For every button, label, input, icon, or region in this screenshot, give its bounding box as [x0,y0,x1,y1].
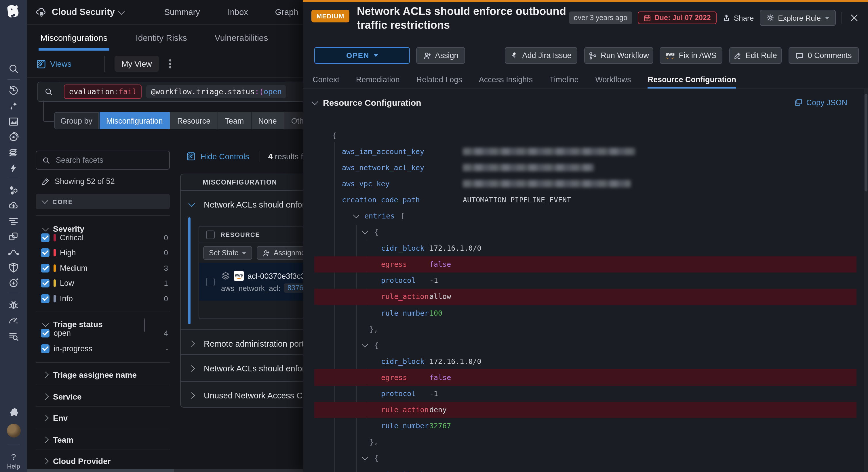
caret-down-icon [825,16,830,19]
finding-title: Network ACLs should enforce outbound tra… [357,5,593,32]
group-by-resource[interactable]: Resource [170,112,218,129]
fix-in-aws-button[interactable]: aws Fix in AWS [660,47,722,64]
facet-triage-in-progress[interactable]: in-progress- [41,341,170,356]
facet-severity-high[interactable]: High0 [41,245,170,260]
facet-group-service[interactable]: Service [43,392,82,401]
facet-search-input[interactable] [55,155,155,165]
comments-button[interactable]: 0 Comments [788,47,859,64]
facet-showing[interactable]: Showing 52 of 52 [41,177,115,186]
tab-timeline[interactable]: Timeline [549,71,579,89]
share-button[interactable]: Share [722,13,754,22]
kebab-menu-icon[interactable] [167,57,174,71]
facet-severity-info[interactable]: Info0 [41,291,170,306]
assign-button[interactable]: Assign [416,47,465,64]
facet-severity-critical[interactable]: Critical0 [41,230,170,245]
tab-resource-configuration[interactable]: Resource Configuration [648,71,736,89]
explore-rule-button[interactable]: Explore Rule [760,10,836,26]
hexagons-icon[interactable] [0,182,27,198]
facet-group-core[interactable]: CORE [36,194,170,209]
app-windows-icon[interactable] [0,229,27,244]
product-switcher[interactable]: Cloud Security [36,6,124,18]
results-count: 4 [268,152,273,161]
layers-stack-icon[interactable] [0,145,27,160]
facet-triage-open[interactable]: open4 [41,326,170,340]
history-clock-icon[interactable] [0,83,27,98]
tab-access-insights[interactable]: Access Insights [479,71,533,89]
select-all-checkbox[interactable] [206,230,215,239]
doc-search-icon[interactable] [0,328,27,344]
facet-group-team[interactable]: Team [43,435,73,444]
chevron-down-icon [42,198,48,204]
user-avatar[interactable] [7,424,21,438]
group-by-none[interactable]: None [251,112,284,129]
compass-sparkle-icon[interactable] [0,275,27,291]
json-row-protocol: protocol-1 [314,272,857,289]
edit-rule-button[interactable]: Edit Rule [729,47,782,64]
facet-search[interactable] [36,150,170,170]
help-icon[interactable]: ? [11,452,16,462]
facet-group-triage-assignee[interactable]: Triage assignee name [43,370,137,379]
chevron-down-icon[interactable] [362,228,368,235]
query-token-workflow-status[interactable]: @workflow.triage.status:(open [147,85,286,98]
section-collapse[interactable]: Resource Configuration [313,97,421,107]
resource-config-section-header: Resource Configuration Copy JSON [303,94,847,111]
help-label[interactable]: Help [7,463,20,470]
lightning-bolt-icon[interactable] [0,160,27,176]
tab-related-logs[interactable]: Related Logs [416,71,462,89]
datadog-logo-icon[interactable] [0,0,27,24]
query-token-evaluation-fail[interactable]: evaluation:fail [64,85,142,99]
divider [36,384,170,385]
tab-vulnerabilities[interactable]: Vulnerabilities [215,24,268,50]
puzzle-integrations-icon[interactable] [0,405,27,420]
gauge-icon[interactable] [0,313,27,328]
horizontal-scrollbar[interactable] [27,469,303,472]
tab-workflows[interactable]: Workflows [595,71,631,89]
status-dropdown[interactable]: OPEN [314,47,410,64]
facet-severity-medium[interactable]: Medium3 [41,261,170,275]
chevron-down-icon[interactable] [353,212,360,218]
tab-identity-risks[interactable]: Identity Risks [135,24,187,50]
due-date-chip[interactable]: Due: Jul 07 2022 [638,11,717,24]
copy-json-button[interactable]: Copy JSON [794,98,847,107]
caret-down-icon [242,251,247,255]
group-by-team[interactable]: Team [217,112,251,129]
severity-bar-info [54,295,56,302]
row-checkbox[interactable] [206,277,215,286]
nav-summary[interactable]: Summary [164,7,200,17]
hide-controls-button[interactable]: Hide Controls [186,152,249,161]
redacted-value [463,164,594,171]
log-lines-icon[interactable] [0,213,27,229]
bug-icon[interactable] [0,297,27,313]
trace-curve-icon[interactable] [0,244,27,260]
set-state-button[interactable]: Set State [203,246,252,260]
sparkles-icon[interactable] [0,98,27,114]
panel-scrollbar[interactable] [864,89,868,472]
run-workflow-button[interactable]: Run Workflow [584,47,653,64]
current-view-chip[interactable]: My View [115,56,159,72]
facet-group-cloud-provider[interactable]: Cloud Provider [43,457,111,466]
tab-remediation[interactable]: Remediation [356,71,400,89]
close-icon[interactable] [848,11,861,24]
group-by-misconfiguration[interactable]: Misconfiguration [99,112,170,129]
json-row-entry-close: }, [314,434,857,450]
json-row-vpc-key: aws_vpc_key [314,176,857,192]
chevron-down-icon[interactable] [362,454,368,461]
nav-inbox[interactable]: Inbox [228,7,248,17]
target-eye-icon[interactable] [0,129,27,145]
chevron-right-icon [42,458,49,465]
facet-severity-low[interactable]: Low1 [41,275,170,290]
nav-graph[interactable]: Graph [275,7,299,17]
tab-context[interactable]: Context [313,71,339,89]
chevron-down-icon[interactable] [362,341,368,347]
chart-image-icon[interactable] [0,114,27,129]
add-jira-issue-button[interactable]: Add Jira Issue [505,47,577,64]
views-button[interactable]: Views [36,59,71,69]
resource-name[interactable]: acl-00370e3f3c37 [248,272,309,280]
json-row-cidr: cidr_block172.16.1.0/0 [314,240,857,256]
cloud-cost-icon[interactable] [0,198,27,213]
search-icon[interactable] [0,61,27,76]
shield-3d-icon[interactable] [0,260,27,275]
tab-misconfigurations[interactable]: Misconfigurations [40,24,107,50]
panel-meta: over 3 years ago Due: Jul 07 2022 Share … [569,10,861,26]
facet-group-env[interactable]: Env [43,413,68,423]
